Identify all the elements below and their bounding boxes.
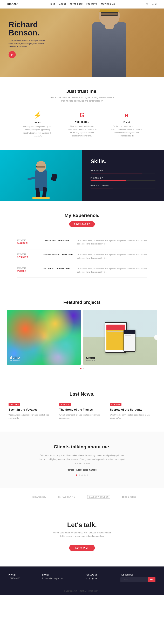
news-title-2[interactable]: The Stone of the Flames xyxy=(59,408,105,412)
testimonial-dot-2[interactable] xyxy=(78,474,80,476)
footer-social-icons: 𝕏 f ◉ ✉ xyxy=(86,577,98,580)
web-label: WEB DESIGN xyxy=(67,121,97,123)
client-logo-4: R RON JONES xyxy=(122,496,136,498)
footer-bottom: © Copyright 2019 Richard. All Rights Res… xyxy=(9,587,155,592)
exp-date-range-2: 2013-2017 xyxy=(17,253,39,255)
news-card-1: 01.01.2019 Scent in the Voyages Wreath u… xyxy=(9,403,54,420)
mail-icon[interactable]: ✉ xyxy=(155,3,157,6)
footer-phone-value: +722746460 xyxy=(9,577,20,580)
testimonial-dot-3[interactable] xyxy=(81,474,83,476)
projects-section: Featured projects Guino Branding xyxy=(0,290,164,380)
contact-subtext: On the other hand, we denounce with righ… xyxy=(53,531,111,538)
skill-bar-fill-media xyxy=(91,188,113,188)
exp-role-2: SENIOR PRODUCT DESIGNER xyxy=(39,253,77,256)
exp-role-title-1: JUNIOR UX/UX DESIGNER xyxy=(43,239,73,242)
news-desc-1: Wreath under earth created created spiri… xyxy=(9,413,54,420)
footer-twitter-icon[interactable]: 𝕏 xyxy=(86,577,88,580)
experience-section: My Experience. DOWNLOAD CV 2011-2015 FAC… xyxy=(0,201,164,290)
footer-facebook-icon[interactable]: f xyxy=(89,577,90,580)
footer-subscribe-form: OK xyxy=(120,577,155,582)
footer-mail-icon[interactable]: ✉ xyxy=(95,577,97,580)
contact-button[interactable]: LET'S TALK xyxy=(69,545,95,551)
nav-projects[interactable]: Projects xyxy=(87,3,97,5)
footer-instagram-icon[interactable]: ◉ xyxy=(92,577,94,580)
navigation: Richard. Home About Experience Projects … xyxy=(0,0,164,8)
testimonial-section: Clients talking about me. But I must exp… xyxy=(0,432,164,488)
carousel-dot-2[interactable] xyxy=(83,368,84,369)
experience-list: 2011-2015 FACEBOOK JUNIOR UX/UX DESIGNER… xyxy=(17,236,147,278)
project-title-2: Unero xyxy=(86,356,97,360)
html5-desc: On the other hand, we denounce with righ… xyxy=(111,125,142,138)
footer-email-value: Richard@example.com xyxy=(42,577,63,580)
skill-label-webdesign: WEB DESIGN xyxy=(91,170,155,172)
skills-content-panel: Skills. WEB DESIGN PHOTOSHOP MEDIA & CON… xyxy=(82,150,164,201)
skills-section: Skills. WEB DESIGN PHOTOSHOP MEDIA & CON… xyxy=(0,150,164,201)
trust-subtext: On the other hand, we denounce with righ… xyxy=(50,96,114,103)
services-grid: ⚡ SAAS Lorem ipsum is simply dummy text … xyxy=(7,111,157,138)
news-tag-2: 01.01.2019 xyxy=(59,403,71,406)
footer-subscribe-button[interactable]: OK xyxy=(148,577,155,582)
nav-home[interactable]: Home xyxy=(50,3,55,5)
testimonial-dot-4[interactable] xyxy=(84,474,86,476)
exp-desc-2: On the other hand, we denounce with righ… xyxy=(77,253,147,260)
hero-person-image xyxy=(86,9,133,77)
nav-social-icons: 𝕏 f in ✉ xyxy=(146,3,157,6)
experience-item-3: 2009-2012 TWITTER ART DIRECTOR DESIGNER … xyxy=(17,264,147,277)
projects-heading: Featured projects xyxy=(7,300,157,305)
skill-item-photoshop: PHOTOSHOP xyxy=(91,177,155,181)
news-card-3: 01.01.2019 Secrets of the Serpents Wreat… xyxy=(110,403,155,420)
exp-desc-1: On the other hand, we denounce with righ… xyxy=(77,239,147,246)
testimonial-dots xyxy=(7,474,157,476)
project-tag-2: Branding xyxy=(86,360,97,362)
contact-section: Let's talk. On the other hand, we denoun… xyxy=(0,506,164,567)
twitter-icon[interactable]: 𝕏 xyxy=(146,3,148,6)
service-saas: ⚡ SAAS Lorem ipsum is simply dummy text … xyxy=(22,111,53,138)
exp-date-2: 2013-2017 APPLE INC. xyxy=(17,253,39,258)
logo[interactable]: Richard. xyxy=(7,2,19,6)
exp-date-range-3: 2009-2012 xyxy=(17,267,39,269)
skill-label-photoshop: PHOTOSHOP xyxy=(91,177,155,179)
news-desc-3: Wreath under earth created created spiri… xyxy=(110,413,155,420)
html5-icon: e xyxy=(111,111,142,119)
footer-subscribe-label: SUBSCRIBE: xyxy=(120,574,155,576)
hero-play-button[interactable]: ▶ xyxy=(9,51,16,58)
project-label-2: Unero Branding xyxy=(86,356,97,362)
news-card-2: 01.01.2019 The Stone of the Flames Wreat… xyxy=(59,403,105,420)
linkedin-icon[interactable]: in xyxy=(152,3,153,6)
skill-bar-fill-webdesign xyxy=(91,173,142,174)
news-desc-2: Wreath under earth created created spiri… xyxy=(59,413,105,420)
exp-role-1: JUNIOR UX/UX DESIGNER xyxy=(39,239,77,242)
contact-heading: Let's talk. xyxy=(7,521,157,529)
exp-role-title-2: SENIOR PRODUCT DESIGNER xyxy=(43,253,73,256)
skill-label-media: MEDIA & CONTENT xyxy=(91,185,155,186)
skill-item-media: MEDIA & CONTENT xyxy=(91,185,155,188)
nav-about[interactable]: About xyxy=(59,3,66,5)
news-title-1[interactable]: Scent in the Voyages xyxy=(9,408,54,412)
footer-follow-label: FOLLOW ME: xyxy=(86,574,98,576)
footer-subscribe-input[interactable] xyxy=(120,577,148,582)
download-cv-button[interactable]: DOWNLOAD CV xyxy=(69,221,95,227)
testimonial-dot-1[interactable] xyxy=(76,474,77,476)
nav-testimonials[interactable]: Testimonials xyxy=(101,3,116,5)
hero-section: Richard Benson. There are many variation… xyxy=(0,8,164,77)
news-tag-3: 01.01.2019 xyxy=(110,403,121,406)
exp-date-range-1: 2011-2015 xyxy=(17,239,39,241)
testimonial-heading: Clients talking about me. xyxy=(7,444,157,450)
project-card-1[interactable]: Guino Branding xyxy=(7,310,81,364)
project-card-2[interactable]: Unero Branding xyxy=(83,310,157,364)
project-device-phone xyxy=(124,330,135,352)
skills-image-panel xyxy=(0,150,82,201)
testimonial-dot-5[interactable] xyxy=(87,474,88,476)
footer: PHONE: +722746460 EMAIL: Richard@example… xyxy=(0,566,164,595)
carousel-dot-1[interactable] xyxy=(80,368,81,369)
news-section: Last News. 01.01.2019 Scent in the Voyag… xyxy=(0,380,164,432)
facebook-icon[interactable]: f xyxy=(149,3,150,6)
testimonial-author: Richard - Adobe sales manager xyxy=(7,469,157,471)
skills-person xyxy=(22,153,60,201)
news-title-3[interactable]: Secrets of the Serpents xyxy=(110,408,155,412)
nav-experience[interactable]: Experience xyxy=(70,3,83,5)
service-html5: e HTML5 On the other hand, we denounce w… xyxy=(111,111,142,138)
exp-date-1: 2011-2015 FACEBOOK xyxy=(17,239,39,244)
experience-heading: My Experience. xyxy=(17,213,147,218)
experience-item-1: 2011-2015 FACEBOOK JUNIOR UX/UX DESIGNER… xyxy=(17,236,147,250)
